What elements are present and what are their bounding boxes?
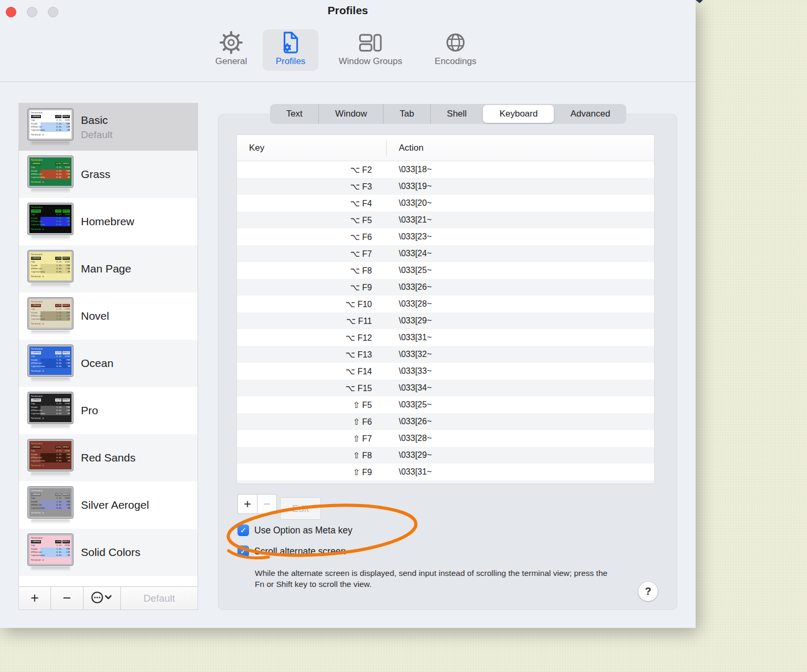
key-mapping-row[interactable]: ⌥ F13\033[32~ xyxy=(237,346,654,363)
terminal-preferences-window: Profiles xyxy=(0,0,696,628)
key-mapping-row[interactable]: ⌥ F3\033[19~ xyxy=(237,178,654,195)
toolbar-separator xyxy=(0,81,696,82)
profile-item-man-page[interactable]: Terminal#COMMAND%CPURPRVTtop4.1%231KXcod… xyxy=(19,245,198,292)
key-mapping-row[interactable]: ⌥ F2\033[18~ xyxy=(237,161,654,178)
key-cell: ⌥ F4 xyxy=(237,198,372,208)
profile-thumbnail: Terminal#COMMAND%CPURPRVTtop4.1%231KXcod… xyxy=(27,486,74,524)
add-key-mapping-button[interactable]: + xyxy=(237,494,257,514)
action-cell: \033[26~ xyxy=(372,417,432,426)
tab-shell[interactable]: Shell xyxy=(430,104,483,124)
profile-item-pro[interactable]: Terminal#COMMAND%CPURPRVTtop4.1%231KXcod… xyxy=(19,387,198,434)
profile-item-red-sands[interactable]: Terminal#COMMAND%CPURPRVTtop4.1%231KXcod… xyxy=(19,434,198,481)
profile-name: Grass xyxy=(81,168,110,181)
column-header-action: Action xyxy=(399,143,423,153)
help-button[interactable]: ? xyxy=(638,582,658,601)
action-cell: \033[19~ xyxy=(372,182,432,191)
edit-key-mapping-button[interactable]: Edit xyxy=(280,497,321,520)
key-mapping-row[interactable]: ⌥ F9\033[26~ xyxy=(237,279,654,296)
use-option-as-meta-key-label: Use Option as Meta key xyxy=(254,525,353,536)
profile-item-solid-colors[interactable]: Terminal#COMMAND%CPURPRVTtop4.1%231KXcod… xyxy=(19,529,198,576)
wallpaper-corner-mark xyxy=(696,0,703,3)
profile-thumbnail: Terminal#COMMAND%CPURPRVTtop4.1%231KXcod… xyxy=(27,203,74,240)
profile-thumbnail: Terminal#COMMAND%CPURPRVTtop4.1%231KXcod… xyxy=(27,392,74,429)
profiles-sidebar: Terminal#COMMAND%CPURPRVTtop4.1%231KXcod… xyxy=(18,103,198,610)
scroll-alternate-screen-row: ✓ Scroll alternate screen xyxy=(237,545,346,557)
profile-item-grass[interactable]: Terminal#COMMAND%CPURPRVTtop4.1%231KXcod… xyxy=(19,151,198,198)
profile-name: Silver Aerogel xyxy=(81,499,149,511)
action-cell: \033[23~ xyxy=(372,232,432,242)
key-cell: ⇧ F6 xyxy=(237,417,372,427)
globe-icon xyxy=(443,30,468,55)
profile-item-basic[interactable]: Terminal#COMMAND%CPURPRVTtop4.1%231KXcod… xyxy=(19,103,198,151)
key-cell: ⌥ F15 xyxy=(237,383,372,393)
scroll-alternate-screen-checkbox[interactable]: ✓ xyxy=(237,545,249,557)
toolbar-item-profiles[interactable]: Profiles xyxy=(254,30,327,67)
use-option-as-meta-key-row: ✓ Use Option as Meta key xyxy=(237,524,353,536)
key-cell: ⌥ F5 xyxy=(237,215,372,225)
toolbar-label-profiles: Profiles xyxy=(276,56,306,67)
profile-thumbnail: Terminal#COMMAND%CPURPRVTtop4.1%231KXcod… xyxy=(27,344,74,382)
tab-text[interactable]: Text xyxy=(270,104,318,124)
key-mapping-row[interactable]: ⌥ F14\033[33~ xyxy=(237,363,654,380)
remove-key-mapping-button[interactable]: − xyxy=(257,494,277,514)
key-mapping-row[interactable]: ⌥ F4\033[20~ xyxy=(237,195,654,212)
action-cell: \033[18~ xyxy=(372,165,432,174)
window-groups-icon xyxy=(358,30,383,55)
action-cell: \033[25~ xyxy=(372,266,432,275)
profile-name: Novel xyxy=(81,310,109,322)
profile-thumbnail: Terminal#COMMAND%CPURPRVTtop4.1%231KXcod… xyxy=(27,297,74,335)
use-option-as-meta-key-checkbox[interactable]: ✓ xyxy=(237,524,249,536)
key-mapping-row[interactable]: ⇧ F6\033[26~ xyxy=(237,413,654,430)
toolbar-item-encodings[interactable]: Encodings xyxy=(419,30,492,67)
key-mapping-row[interactable]: ⇧ F5\033[25~ xyxy=(237,396,654,413)
toolbar-label-window-groups: Window Groups xyxy=(339,56,402,67)
profile-item-homebrew[interactable]: Terminal#COMMAND%CPURPRVTtop4.1%231KXcod… xyxy=(19,198,198,245)
key-mapping-row[interactable]: ⌥ F15\033[34~ xyxy=(237,380,654,396)
action-cell: \033[31~ xyxy=(372,333,432,342)
tab-tab[interactable]: Tab xyxy=(383,104,430,124)
tab-window[interactable]: Window xyxy=(318,104,383,124)
profile-item-silver-aerogel[interactable]: Terminal#COMMAND%CPURPRVTtop4.1%231KXcod… xyxy=(19,481,198,529)
key-mapping-row[interactable]: ⌥ F10\033[28~ xyxy=(237,296,654,312)
ellipsis-circle-icon xyxy=(91,591,113,606)
tab-advanced[interactable]: Advanced xyxy=(554,104,626,124)
window-title: Profiles xyxy=(0,4,696,17)
key-cell: ⌥ F13 xyxy=(237,350,372,360)
key-mapping-row[interactable]: ⌥ F12\033[31~ xyxy=(237,329,654,346)
action-cell: \033[24~ xyxy=(372,249,432,258)
profile-name: Ocean xyxy=(81,357,113,370)
key-mapping-row[interactable]: ⇧ F8\033[29~ xyxy=(237,447,654,464)
action-cell: \033[33~ xyxy=(372,366,432,376)
key-mapping-row[interactable]: ⌥ F6\033[23~ xyxy=(237,228,654,245)
key-mapping-row[interactable]: ⌥ F7\033[24~ xyxy=(237,245,654,262)
key-mapping-row[interactable]: ⌥ F11\033[29~ xyxy=(237,312,654,329)
set-default-profile-button[interactable]: Default xyxy=(121,587,198,610)
remove-profile-button[interactable]: − xyxy=(51,587,84,610)
key-cell: ⇧ F5 xyxy=(237,400,372,410)
key-mapping-row[interactable]: ⇧ F9\033[31~ xyxy=(237,464,654,480)
column-divider xyxy=(386,140,387,155)
profile-name: Homebrew xyxy=(81,215,134,228)
profile-item-novel[interactable]: Terminal#COMMAND%CPURPRVTtop4.1%231KXcod… xyxy=(19,292,198,340)
add-profile-button[interactable]: + xyxy=(19,587,51,610)
profile-actions-menu-button[interactable] xyxy=(84,587,121,610)
key-mapping-row[interactable]: ⌥ F8\033[25~ xyxy=(237,262,654,279)
toolbar-item-window-groups[interactable]: Window Groups xyxy=(326,30,415,67)
action-cell: \033[31~ xyxy=(372,467,432,477)
tab-keyboard[interactable]: Keyboard xyxy=(483,105,554,123)
action-cell: \033[28~ xyxy=(372,434,432,443)
key-cell: ⇧ F8 xyxy=(237,450,372,460)
key-mapping-row[interactable]: ⇧ F7\033[28~ xyxy=(237,430,654,447)
key-cell: ⌥ F7 xyxy=(237,249,372,259)
key-cell: ⌥ F14 xyxy=(237,366,372,376)
partial-row-stripe xyxy=(237,480,654,484)
column-header-key: Key xyxy=(237,143,264,153)
action-cell: \033[21~ xyxy=(372,215,432,225)
profile-document-icon xyxy=(278,30,303,55)
profile-name: Red Sands xyxy=(81,452,136,464)
key-mapping-row[interactable]: ⌥ F5\033[21~ xyxy=(237,212,654,228)
profile-item-ocean[interactable]: Terminal#COMMAND%CPURPRVTtop4.1%231KXcod… xyxy=(19,340,198,387)
profile-thumbnail: Terminal#COMMAND%CPURPRVTtop4.1%231KXcod… xyxy=(27,533,74,571)
key-cell: ⌥ F10 xyxy=(237,299,372,309)
alternate-screen-help-text: While the alternate screen is displayed,… xyxy=(255,568,609,590)
